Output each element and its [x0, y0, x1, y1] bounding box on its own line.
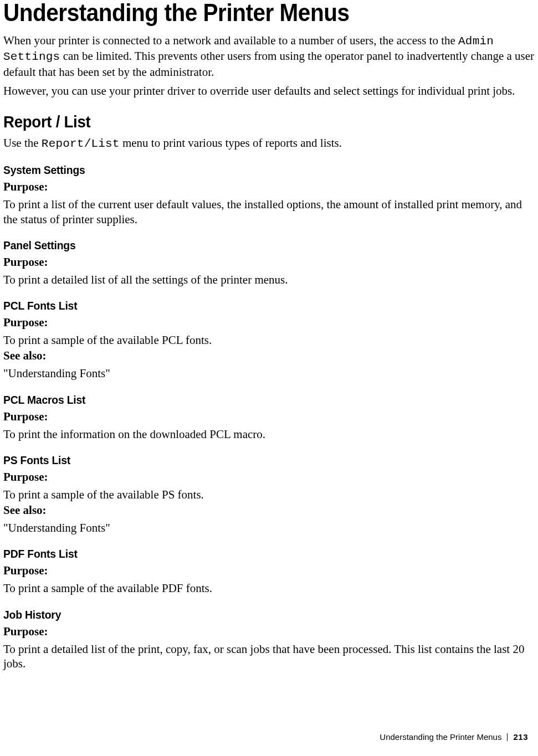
panel-settings-purpose-label: Purpose:	[3, 255, 535, 269]
system-settings-purpose-text: To print a list of the current user defa…	[3, 197, 535, 227]
pcl-fonts-list-purpose-text: To print a sample of the available PCL f…	[3, 333, 535, 347]
job-history-purpose-label: Purpose:	[3, 625, 535, 639]
pdf-fonts-list-purpose-text: To print a sample of the available PDF f…	[3, 581, 535, 595]
ps-fonts-list-purpose-text: To print a sample of the available PS fo…	[3, 487, 535, 502]
footer-divider-icon	[507, 733, 508, 741]
intro-1-pre: When your printer is connected to a netw…	[3, 34, 458, 47]
pdf-fonts-list-purpose-label: Purpose:	[3, 564, 535, 578]
intro-paragraph-2: However, you can use your printer driver…	[3, 84, 535, 98]
report-list-pre: Use the	[3, 136, 42, 150]
pcl-fonts-list-seealso-label: See also:	[3, 349, 535, 363]
intro-paragraph-1: When your printer is connected to a netw…	[3, 33, 535, 79]
pcl-macros-list-purpose-text: To print the information on the download…	[3, 427, 535, 441]
footer-page-number: 213	[513, 732, 528, 742]
pcl-macros-list-purpose-label: Purpose:	[3, 410, 535, 424]
report-list-sentence: Use the Report/List menu to print variou…	[3, 136, 535, 151]
pdf-fonts-list-heading: PDF Fonts List	[3, 547, 492, 560]
pcl-fonts-list-seealso-text: "Understanding Fonts"	[3, 366, 535, 380]
report-list-heading: Report / List	[3, 112, 492, 131]
ps-fonts-list-purpose-label: Purpose:	[3, 470, 535, 484]
pcl-macros-list-heading: PCL Macros List	[3, 393, 492, 407]
report-list-code: Report/List	[42, 137, 120, 150]
page-footer: Understanding the Printer Menus 213	[380, 732, 528, 742]
intro-1-post: can be limited. This prevents other user…	[3, 49, 534, 78]
pcl-fonts-list-purpose-label: Purpose:	[3, 316, 535, 330]
pcl-fonts-list-heading: PCL Fonts List	[3, 299, 492, 312]
report-list-post: menu to print various types of reports a…	[120, 136, 342, 150]
footer-title: Understanding the Printer Menus	[380, 732, 501, 742]
ps-fonts-list-heading: PS Fonts List	[3, 454, 492, 467]
page-title: Understanding the Printer Menus	[3, 0, 492, 25]
system-settings-purpose-label: Purpose:	[3, 180, 535, 194]
ps-fonts-list-seealso-text: "Understanding Fonts"	[3, 521, 535, 535]
job-history-purpose-text: To print a detailed list of the print, c…	[3, 642, 535, 671]
job-history-heading: Job History	[3, 608, 492, 621]
ps-fonts-list-seealso-label: See also:	[3, 503, 535, 517]
panel-settings-purpose-text: To print a detailed list of all the sett…	[3, 272, 535, 287]
system-settings-heading: System Settings	[3, 163, 492, 177]
panel-settings-heading: Panel Settings	[3, 239, 492, 252]
